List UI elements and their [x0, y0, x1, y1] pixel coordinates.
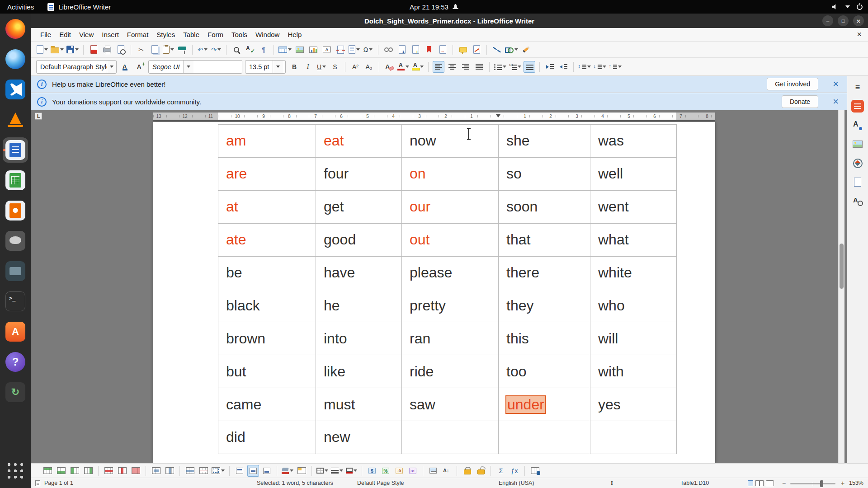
- vertical-scrollbar[interactable]: [838, 110, 844, 463]
- merge-table-icon[interactable]: [184, 465, 196, 477]
- table-cell[interactable]: eat: [316, 125, 402, 158]
- strikethrough-icon[interactable]: S: [329, 61, 341, 73]
- delete-table-icon[interactable]: [130, 465, 142, 477]
- properties-deck-icon[interactable]: [851, 99, 864, 113]
- table-cell[interactable]: what: [590, 224, 677, 257]
- dropdown-caret-icon[interactable]: [618, 66, 622, 68]
- show-applications-icon[interactable]: [3, 458, 28, 483]
- insert-endnote-icon[interactable]: [410, 44, 421, 56]
- dropdown-caret-icon[interactable]: [290, 469, 293, 472]
- date-format-icon[interactable]: [407, 465, 419, 477]
- table-cell[interactable]: went: [590, 191, 677, 224]
- insert-footnote-icon[interactable]: [396, 44, 408, 56]
- insert-table-icon[interactable]: [278, 44, 292, 56]
- insert-formula-icon[interactable]: ƒx: [509, 465, 520, 477]
- table-cell[interactable]: get: [316, 191, 402, 224]
- insert-page-break-icon[interactable]: [335, 44, 346, 56]
- insert-line-icon[interactable]: [491, 44, 503, 56]
- table-properties-icon[interactable]: [529, 465, 541, 477]
- table-cell[interactable]: did: [218, 421, 316, 454]
- increase-indent-icon[interactable]: [544, 61, 556, 73]
- find-and-replace-icon[interactable]: [231, 44, 242, 56]
- open-file-icon[interactable]: [50, 44, 64, 56]
- paragraph-style-select[interactable]: Default Paragraph Style: [36, 60, 117, 74]
- split-table-icon[interactable]: [198, 465, 209, 477]
- save-icon[interactable]: [66, 44, 79, 56]
- print-icon[interactable]: [101, 44, 113, 56]
- highlight-color-icon[interactable]: [411, 61, 424, 73]
- page-style[interactable]: Default Page Style: [357, 480, 404, 486]
- zoom-slider-thumb[interactable]: [820, 480, 823, 487]
- horizontal-ruler[interactable]: 1312111098765432112345678: [153, 113, 715, 120]
- document-page[interactable]: ameatnowshewasarefouronsowellatgetoursoo…: [153, 122, 715, 463]
- scrollbar-thumb[interactable]: [840, 244, 844, 289]
- menu-file[interactable]: File: [36, 28, 55, 41]
- dropdown-caret-icon[interactable]: [75, 48, 79, 51]
- table-cell[interactable]: he: [316, 289, 402, 322]
- menu-view[interactable]: View: [75, 28, 98, 41]
- table-cell[interactable]: under: [499, 388, 590, 421]
- table-cell[interactable]: that: [499, 224, 590, 257]
- table-cell[interactable]: are: [218, 158, 316, 191]
- menu-window[interactable]: Window: [251, 28, 283, 41]
- table-cell[interactable]: this: [499, 322, 590, 355]
- table-cell[interactable]: like: [316, 355, 402, 388]
- table-cell[interactable]: brown: [218, 322, 316, 355]
- new-document-icon[interactable]: [36, 44, 48, 56]
- dropdown-caret-icon[interactable]: [420, 66, 424, 68]
- align-bottom-icon[interactable]: [261, 465, 273, 477]
- dropdown-caret-icon[interactable]: [406, 66, 409, 68]
- table-cell[interactable]: be: [218, 257, 316, 290]
- dropdown-caret-icon[interactable]: [288, 48, 292, 51]
- table-cell[interactable]: new: [316, 421, 402, 454]
- table-cell[interactable]: so: [499, 158, 590, 191]
- unordered-list-icon[interactable]: [494, 61, 507, 73]
- insert-row-above-icon[interactable]: [42, 465, 53, 477]
- table-background-color-icon[interactable]: [281, 465, 294, 477]
- libreoffice-writer-icon[interactable]: [3, 137, 28, 163]
- zoom-out-button[interactable]: [781, 479, 787, 487]
- close-document-icon[interactable]: [857, 30, 862, 39]
- table-cell[interactable]: out: [402, 224, 499, 257]
- table-cell[interactable]: white: [590, 257, 677, 290]
- table-cell[interactable]: she: [499, 125, 590, 158]
- table-cell[interactable]: have: [316, 257, 402, 290]
- menu-tools[interactable]: Tools: [227, 28, 251, 41]
- table-cell[interactable]: [499, 421, 590, 454]
- multi-page-view-button[interactable]: [755, 480, 764, 486]
- insert-comment-icon[interactable]: [457, 44, 469, 56]
- text-language[interactable]: English (USA): [499, 480, 534, 486]
- firefox-icon[interactable]: [3, 16, 28, 42]
- table-cell[interactable]: good: [316, 224, 402, 257]
- table-cell[interactable]: at: [218, 191, 316, 224]
- subscript-icon[interactable]: A₂: [363, 61, 375, 73]
- unprotect-cells-icon[interactable]: [475, 465, 486, 477]
- font-size-select[interactable]: 13.5 pt: [245, 60, 286, 74]
- table-cell[interactable]: four: [316, 158, 402, 191]
- border-style-icon[interactable]: [330, 465, 344, 477]
- table-cell[interactable]: ate: [218, 224, 316, 257]
- autoformat-styles-icon[interactable]: [296, 465, 307, 477]
- dropdown-caret-icon[interactable]: [204, 48, 208, 51]
- superscript-icon[interactable]: A²: [349, 61, 361, 73]
- dropdown-caret-icon[interactable]: [587, 66, 591, 68]
- table-cell[interactable]: please: [402, 257, 499, 290]
- style-inspector-deck-icon[interactable]: [851, 194, 864, 208]
- merge-cells-icon[interactable]: [150, 465, 162, 477]
- navigator-deck-icon[interactable]: [851, 156, 864, 170]
- selection-count[interactable]: Selected: 1 word, 5 characters: [257, 480, 333, 486]
- clear-formatting-icon[interactable]: [383, 61, 395, 73]
- align-justified-icon[interactable]: [473, 61, 485, 73]
- table-cell[interactable]: now: [402, 125, 499, 158]
- gallery-deck-icon[interactable]: [851, 137, 864, 151]
- libreoffice-calc-icon[interactable]: [3, 168, 28, 193]
- delete-column-icon[interactable]: [116, 465, 128, 477]
- table-cell[interactable]: must: [316, 388, 402, 421]
- font-name-dropdown-icon[interactable]: [183, 61, 193, 73]
- dropdown-caret-icon[interactable]: [322, 66, 326, 68]
- insert-row-below-icon[interactable]: [55, 465, 67, 477]
- dropdown-caret-icon[interactable]: [217, 48, 221, 51]
- table-cell[interactable]: [590, 421, 677, 454]
- dropdown-caret-icon[interactable]: [603, 66, 606, 68]
- menu-edit[interactable]: Edit: [55, 28, 75, 41]
